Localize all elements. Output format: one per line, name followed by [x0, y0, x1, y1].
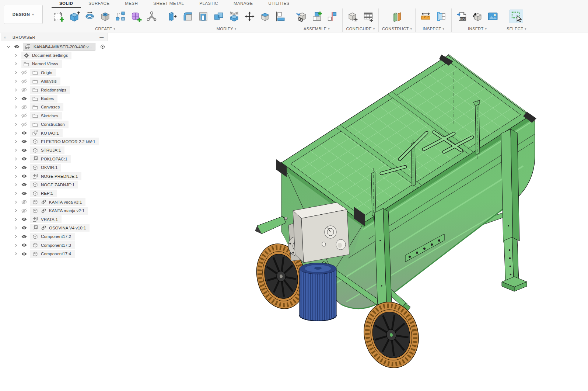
new-component-icon[interactable]	[310, 10, 323, 23]
tab-surface[interactable]: SURFACE	[81, 0, 117, 8]
tree-row[interactable]: NOGE ZADNJE:1	[1, 180, 108, 189]
minimize-panel-icon[interactable]: —	[99, 35, 104, 39]
tree-row[interactable]: REP:1	[1, 189, 108, 198]
tree-row[interactable]: OKVIR:1	[1, 163, 108, 172]
tree-row[interactable]: KANTA veca v3:1	[1, 198, 108, 206]
configuration-table-icon[interactable]	[361, 10, 375, 23]
group-dropdown-inspect[interactable]: INSPECT▾	[423, 27, 444, 31]
canvas-icon[interactable]	[486, 10, 500, 23]
tree-root-row[interactable]: KANABA-MIKSER-200-400 v...	[1, 42, 108, 51]
measure-icon[interactable]	[419, 10, 433, 23]
group-dropdown-select[interactable]: SELECT▾	[507, 27, 526, 31]
visibility-on-icon[interactable]	[21, 138, 27, 145]
visibility-on-icon[interactable]	[21, 242, 27, 248]
tree-row[interactable]: Document Settings	[1, 51, 108, 59]
expand-chevron-icon[interactable]	[13, 148, 18, 153]
insert-derive-icon[interactable]	[470, 10, 484, 23]
tree-item[interactable]: KOTAO:1	[30, 129, 63, 137]
group-dropdown-insert[interactable]: INSERT▾	[468, 27, 487, 31]
group-dropdown-construct[interactable]: CONSTRUCT▾	[382, 27, 412, 31]
expand-chevron-icon[interactable]	[13, 113, 18, 118]
tree-item[interactable]: KANABA-MIKSER-200-400 v...	[23, 43, 95, 51]
create-form-icon[interactable]	[129, 10, 143, 23]
shell-icon[interactable]	[196, 10, 210, 23]
visibility-off-icon[interactable]	[21, 87, 27, 93]
expand-chevron-icon[interactable]	[13, 191, 18, 196]
tree-row[interactable]: ELEKTRO MOTOR 2.2 kW:1	[1, 137, 108, 146]
combine-icon[interactable]	[212, 10, 225, 23]
insert-into-design-icon[interactable]	[294, 10, 308, 23]
tree-row[interactable]: Construction	[1, 120, 108, 129]
expand-chevron-icon[interactable]	[13, 96, 18, 101]
tab-manage[interactable]: MANAGE	[226, 0, 260, 8]
tab-plastic[interactable]: PLASTIC	[192, 0, 226, 8]
visibility-on-icon[interactable]	[21, 216, 27, 222]
tab-solid[interactable]: SOLID	[52, 0, 81, 8]
tree-item[interactable]: Component17:2	[30, 233, 75, 241]
visibility-on-icon[interactable]	[21, 181, 27, 188]
tree-row[interactable]: Component17:4	[1, 249, 108, 258]
tab-sheet-metal[interactable]: SHEET METAL	[146, 0, 192, 8]
hole-icon[interactable]	[98, 10, 112, 23]
tree-row[interactable]: Analysis	[1, 77, 108, 86]
tree-item[interactable]: OKVIR:1	[30, 164, 61, 172]
tree-row[interactable]: Named Views	[1, 60, 108, 68]
visibility-off-icon[interactable]	[21, 121, 27, 128]
activate-component-icon[interactable]	[100, 44, 105, 49]
visibility-on-icon[interactable]	[21, 251, 27, 257]
visibility-on-icon[interactable]	[21, 96, 27, 102]
expand-chevron-icon[interactable]	[6, 44, 11, 49]
expand-chevron-icon[interactable]	[13, 174, 18, 179]
visibility-on-icon[interactable]	[21, 147, 27, 153]
visibility-on-icon[interactable]	[21, 165, 27, 171]
tree-item[interactable]: Document Settings	[21, 52, 71, 59]
tree-item[interactable]: REP:1	[30, 190, 57, 197]
tree-item[interactable]: STRUJA:1	[30, 146, 64, 154]
tab-utilities[interactable]: UTILITIES	[260, 0, 297, 8]
select-icon[interactable]	[510, 10, 523, 23]
visibility-on-icon[interactable]	[21, 130, 27, 136]
visibility-on-icon[interactable]	[21, 225, 27, 231]
tree-item[interactable]: Construction	[30, 121, 69, 128]
group-dropdown-modify[interactable]: MODIFY▾	[217, 27, 237, 31]
expand-chevron-icon[interactable]	[13, 122, 18, 127]
tree-item[interactable]: Sketches	[30, 112, 62, 120]
tree-item[interactable]: Component17:3	[30, 241, 75, 249]
expand-chevron-icon[interactable]	[13, 200, 18, 205]
configuration-icon[interactable]	[346, 10, 360, 23]
align-icon[interactable]	[274, 10, 287, 23]
expand-chevron-icon[interactable]	[13, 139, 18, 144]
tree-row[interactable]: STRUJA:1	[1, 146, 108, 155]
split-body-icon[interactable]	[227, 10, 241, 23]
tree-item[interactable]: KANTA veca v3:1	[30, 198, 85, 206]
tree-row[interactable]: OSOVINA V4 v10:1	[1, 224, 108, 232]
expand-chevron-icon[interactable]	[13, 156, 18, 162]
tree-row[interactable]: KOTAO:1	[1, 129, 108, 137]
tree-row[interactable]: Relationships	[1, 86, 108, 94]
tree-item[interactable]: OSOVINA V4 v10:1	[30, 224, 90, 232]
visibility-on-icon[interactable]	[21, 156, 27, 162]
tree-row[interactable]: KANTA manja v2:1	[1, 206, 108, 215]
tree-row[interactable]: Component17:3	[1, 241, 108, 249]
expand-chevron-icon[interactable]	[13, 182, 18, 187]
tree-item[interactable]: KANTA manja v2:1	[30, 207, 88, 215]
create-sketch-icon[interactable]	[52, 10, 66, 23]
expand-chevron-icon[interactable]	[13, 61, 18, 66]
tree-item[interactable]: Canvases	[30, 103, 63, 111]
expand-chevron-icon[interactable]	[13, 251, 18, 256]
offset-face-icon[interactable]	[258, 10, 272, 23]
tree-item[interactable]: Bodies	[30, 95, 57, 103]
group-dropdown-create[interactable]: CREATE▾	[95, 27, 115, 31]
tree-item[interactable]: Component17:4	[30, 250, 75, 258]
tree-item[interactable]: Origin	[30, 69, 56, 76]
pattern-icon[interactable]	[114, 10, 127, 23]
visibility-off-icon[interactable]	[21, 199, 27, 205]
expand-chevron-icon[interactable]	[13, 165, 18, 170]
extrude-icon[interactable]	[67, 10, 81, 23]
tree-row[interactable]: Canvases	[1, 103, 108, 111]
expand-chevron-icon[interactable]	[13, 53, 18, 58]
tree-row[interactable]: POKLOPAC:1	[1, 155, 108, 163]
expand-chevron-icon[interactable]	[13, 87, 18, 93]
move-icon[interactable]	[243, 10, 256, 23]
insert-svg-icon[interactable]: SVG	[455, 10, 469, 23]
